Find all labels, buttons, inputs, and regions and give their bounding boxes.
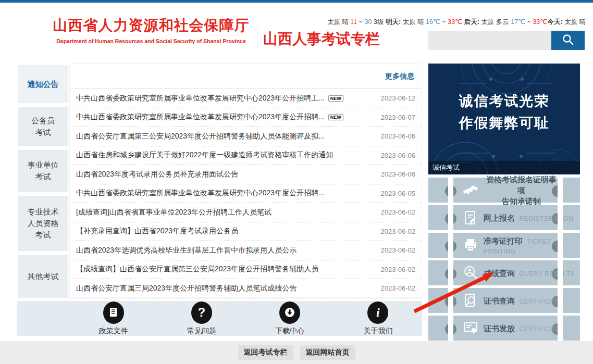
news-title-link[interactable]: 山西省2023年度考试录用公务员补充录用面试公告 [76, 170, 238, 179]
weather-segment: ~ [525, 18, 533, 26]
printer-icon [462, 236, 479, 254]
sidebar-item-professional-qualification-exam[interactable]: 专业技术 人员资格 考试 [18, 196, 68, 251]
news-title-link[interactable]: 【成绩查询】山西省公安厅直属第三公安局2023年度公开招聘警务辅助人员 [76, 265, 318, 274]
search-button[interactable] [551, 31, 585, 50]
news-date: 2023-06-07 [375, 114, 416, 121]
nav-label: 政策文件 [99, 327, 128, 336]
button-label: 证书发放 [484, 324, 515, 333]
nav-item-policy-files[interactable]: 政策文件 [69, 301, 157, 336]
site-title: 山西人事考试专栏 [263, 29, 380, 49]
news-row[interactable]: 山西省2023年度考试录用公务员补充录用面试公告 2023-06-06 [70, 165, 422, 184]
integrity-banner[interactable]: 诚信考试光荣 作假舞弊可耻 诚信考试 [428, 64, 580, 174]
registration-form-icon [462, 209, 479, 227]
news-title-link[interactable]: [成绩查询]山西省省直事业单位2023年公开招聘工作人员笔试 [76, 208, 271, 217]
weather-temp: 33℃ [533, 18, 547, 26]
news-date: 2023-06-02 [375, 228, 416, 235]
question-icon: ? [191, 302, 212, 324]
nav-item-download-center[interactable]: 下载中心 [246, 301, 334, 336]
weather-segment: 太原 晴 [401, 18, 426, 26]
button-label: 成绩查询 [484, 269, 515, 278]
news-date: 2023-06-06 [375, 132, 416, 140]
button-label: 网上报名 [484, 214, 515, 222]
weather-temp: 16℃ [426, 18, 440, 26]
news-date: 2023-06-06 [375, 152, 416, 159]
more-info-link[interactable]: 更多信息 [385, 72, 414, 81]
handshake-icon [462, 181, 479, 199]
news-row[interactable]: [成绩查询]山西省省直事业单位2023年公开招聘工作人员笔试 2023-06-0… [70, 203, 422, 222]
news-date: 2023-06-02 [375, 246, 416, 254]
button-label-en: CERTIFICATE [519, 325, 562, 333]
sidebar-item-other-exams[interactable]: 其他考试 [18, 255, 68, 298]
weather-high-temp: 30 [365, 18, 372, 26]
weather-low-temp: 11 [350, 18, 357, 26]
news-title-link[interactable]: 山西省公安厅直属第三公安局2023年度公开招聘警务辅助人员体能测评及拟... [76, 132, 325, 141]
info-icon: i [367, 302, 388, 324]
search-icon [561, 33, 575, 48]
nav-label: 关于我们 [363, 327, 392, 336]
sidebar-item-public-institution-exam[interactable]: 事业单位 考试 [18, 150, 68, 192]
news-row[interactable]: 中共山西省委政策研究室所属事业单位改革发展研究中心2023年公开招聘工... N… [70, 89, 422, 108]
button-label: 证书查询 [484, 296, 515, 305]
news-row[interactable]: 山西省公安厅直属第三公安局2023年度公开招聘警务辅助人员体能测评及拟... 2… [70, 127, 422, 146]
search-input[interactable] [428, 31, 551, 50]
weather-temp: 33℃ [448, 18, 462, 26]
back-to-exam-column-button[interactable]: 返回考试专栏 [238, 345, 293, 360]
banner-slogan-line2: 作假舞弊可耻 [428, 112, 580, 134]
news-date: 2023-06-02 [375, 208, 416, 216]
button-rail-right [558, 178, 563, 341]
news-title-link[interactable]: 山西省住房和城乡建设厅关于做好2022年度一级建造师考试资格审核工作的通知 [76, 150, 333, 160]
news-title-link[interactable]: 中共山西省委政策研究室所属事业单位改革发展研究中心2023年公开招聘工... [76, 94, 325, 103]
new-badge-icon: NEW [328, 114, 343, 120]
weather-today-label: 今天: [547, 18, 562, 26]
sidebar-item-notices[interactable]: 通知公告 [18, 65, 68, 103]
top-accent-bar [0, 0, 593, 3]
banner-slogan-line1: 诚信考试光荣 [428, 91, 580, 112]
news-date: 2023-06-02 [375, 266, 416, 273]
page: 山西省人力资源和社会保障厅 Department of Human Resour… [0, 0, 593, 364]
weather-segment: 太原 晴 [327, 18, 350, 26]
nav-item-faq[interactable]: ? 常见问题 [157, 301, 245, 336]
banner-slogan: 诚信考试光荣 作假舞弊可耻 [428, 91, 580, 134]
button-label-en: REGISTERATION [519, 215, 573, 222]
news-row[interactable]: 中共山西省委政策研究室所属事业单位改革发展研究中心2023年度公开招聘... 2… [70, 184, 422, 204]
nav-item-about-us[interactable]: i 关于我们 [334, 301, 422, 336]
back-to-homepage-button[interactable]: 返回网站首页 [300, 345, 355, 360]
news-title-link[interactable]: 山西省公安厅直属三局2023年度公开招聘警务辅助人员笔试成绩公告 [76, 284, 296, 293]
news-row[interactable]: 【补充录用查询】山西省2023年度考试录用公务员 2023-06-02 [70, 222, 422, 242]
news-title-link[interactable]: 中共山西省委政策研究室所属事业单位改革发展研究中心2023年度公开招聘... [76, 112, 325, 122]
weather-bar: 太原 晴 11 ~ 30 3级 明天: 太原 晴 16℃ ~ 33℃ 后天: 太… [327, 18, 586, 27]
button-label-en: QUERY RESULTS [519, 270, 575, 278]
certificate-issue-icon [462, 319, 479, 337]
news-row[interactable]: 山西省2023年选调优秀高校毕业生到基层工作晋中市拟录用人员公示 2023-06… [70, 241, 422, 260]
weather-segment: ~ [440, 18, 448, 26]
button-label-en: CERTIFICATE [519, 298, 562, 305]
org-subtitle: Department of Human Resources and Social… [48, 38, 254, 44]
header-divider [257, 27, 257, 49]
news-panel: 更多信息 中共山西省委政策研究室所属事业单位改革发展研究中心2023年公开招聘工… [69, 64, 422, 298]
footer-bar: 返回考试专栏 返回网站首页 [0, 341, 593, 364]
news-row[interactable]: 山西省住房和城乡建设厅关于做好2022年度一级建造师考试资格审核工作的通知 20… [70, 146, 422, 166]
org-logo[interactable]: 山西省人力资源和社会保障厅 Department of Human Resour… [48, 16, 254, 44]
weather-segment: 3级 [372, 18, 386, 26]
weather-segment: ~ [357, 18, 364, 26]
org-title: 山西省人力资源和社会保障厅 [48, 16, 254, 35]
weather-tomorrow-label: 明天: [386, 18, 401, 26]
download-icon [279, 302, 300, 324]
banner-caption: 诚信考试 [428, 161, 580, 174]
news-title-link[interactable]: 山西省2023年选调优秀高校毕业生到基层工作晋中市拟录用人员公示 [76, 246, 296, 255]
news-header: 更多信息 [70, 64, 422, 89]
news-title-link[interactable]: 【补充录用查询】山西省2023年度考试录用公务员 [76, 227, 238, 236]
news-date: 2023-06-05 [375, 190, 416, 197]
weather-segment: 太原 晴 [563, 18, 586, 26]
news-date: 2023-06-02 [375, 284, 416, 292]
news-row[interactable]: 中共山西省委政策研究室所属事业单位改革发展研究中心2023年度公开招聘... N… [70, 108, 422, 128]
news-row[interactable]: 【成绩查询】山西省公安厅直属第三公安局2023年度公开招聘警务辅助人员 2023… [70, 260, 422, 280]
sidebar-item-civil-servant-exam[interactable]: 公务员 考试 [18, 107, 68, 146]
news-title-link[interactable]: 中共山西省委政策研究室所属事业单位改革发展研究中心2023年度公开招聘... [76, 189, 325, 198]
nav-label: 常见问题 [187, 327, 216, 336]
quick-links-band: 政策文件 ? 常见问题 下载中心 i 关于我们 [17, 301, 422, 336]
news-row[interactable]: 山西省公安厅直属三局2023年度公开招聘警务辅助人员笔试成绩公告 2023-06… [70, 279, 422, 298]
new-badge-icon: NEW [328, 95, 343, 102]
nav-label: 下载中心 [275, 327, 304, 336]
score-query-icon [462, 264, 479, 282]
